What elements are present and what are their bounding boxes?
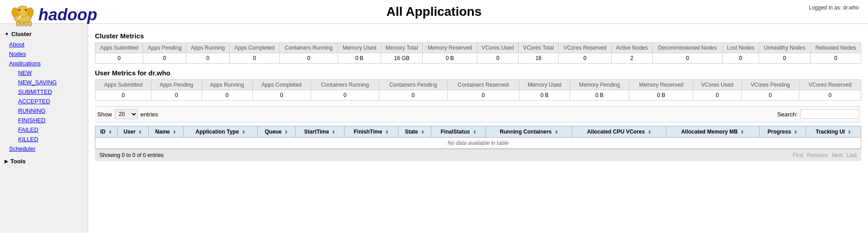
cluster-metric-col-header: Memory Total [381,43,423,53]
cluster-metrics-table: Apps SubmittedApps PendingApps RunningAp… [95,42,861,64]
data-table-header-row: ID ⇕User ⇕Name ⇕Application Type ⇕Queue … [95,126,861,138]
user-metric-col-header: VCores Used [693,80,741,90]
entries-label: entries [141,111,158,118]
sidebar-item-applications[interactable]: Applications [0,59,88,68]
data-table-col-header[interactable]: User ⇕ [117,126,148,138]
user-metric-value: 0 [252,90,311,101]
data-table-col-header[interactable]: StartTime ⇕ [295,126,344,138]
search-input[interactable] [800,110,859,119]
svg-rect-7 [20,22,24,26]
show-label: Show [97,111,112,118]
sort-icon: ⇕ [138,130,142,134]
sidebar-cluster-label: Cluster [11,31,32,37]
data-table-col-header[interactable]: Tracking UI ⇕ [806,126,861,138]
user-metric-col-header: Memory Pending [570,80,629,90]
cluster-metric-col-header: Apps Completed [230,43,279,53]
user-metric-col-header: Apps Submitted [95,80,151,90]
cluster-metric-value: 0 [759,53,810,64]
pagination-last[interactable]: Last [846,152,857,158]
user-metrics-header-row: Apps SubmittedApps PendingApps RunningAp… [95,80,861,90]
sidebar-item-running[interactable]: RUNNING [5,106,88,116]
sidebar: ▼ Cluster About Nodes Applications NEW N… [0,24,88,233]
user-metric-value: 0 B [570,90,629,101]
sidebar-item-new-saving[interactable]: NEW_SAVING [5,78,88,87]
data-table-col-header[interactable]: Running Containers ⇕ [486,126,572,138]
cluster-metric-col-header: Memory Reserved [423,43,477,53]
cluster-metric-value: 0 [810,53,861,64]
user-metrics-title: User Metrics for dr.who [95,69,861,77]
data-table-col-header[interactable]: Allocated Memory MB ⇕ [666,126,759,138]
data-table-col-header[interactable]: FinishTime ⇕ [344,126,398,138]
entries-select[interactable]: 10202550100 [115,109,138,119]
pagination: First Previous Next Last [793,152,857,158]
applications-table: ID ⇕User ⇕Name ⇕Application Type ⇕Queue … [95,126,861,149]
cluster-metric-value: 0 [95,53,143,64]
cluster-metric-col-header: Apps Pending [143,43,186,53]
sidebar-item-killed[interactable]: KILLED [5,134,88,144]
sidebar-item-finished[interactable]: FINISHED [5,116,88,125]
no-data-cell: No data available in table [95,138,861,149]
sidebar-item-submitted[interactable]: SUBMITTED [5,87,88,97]
sidebar-item-about[interactable]: About [0,40,88,49]
cluster-metric-value: 0 [230,53,279,64]
svg-rect-9 [28,21,32,26]
user-metric-col-header: Apps Running [202,80,252,90]
logo: hadoop [9,2,97,27]
cluster-metric-col-header: Rebooted Nodes [810,43,861,53]
user-metric-col-header: VCores Reserved [799,80,861,90]
cluster-metric-col-header: VCores Used [477,43,519,53]
user-metric-col-header: Memory Used [519,80,570,90]
data-table-col-header[interactable]: Queue ⇕ [258,126,296,138]
cluster-metrics-title: Cluster Metrics [95,32,861,40]
cluster-metric-value: 0 [143,53,186,64]
cluster-metric-col-header: Decommissioned Nodes [652,43,722,53]
user-metric-value: 0 [799,90,861,101]
sort-icon: ⇕ [555,130,558,134]
data-table-col-header[interactable]: Application Type ⇕ [183,126,257,138]
bottom-bar: Showing 0 to 0 of 0 entries First Previo… [95,149,861,161]
sidebar-apps-submenu: NEW NEW_SAVING SUBMITTED ACCEPTED RUNNIN… [0,68,88,144]
data-table-body: No data available in table [95,138,861,149]
logged-in-status: Logged in as: dr.who [809,5,859,11]
user-metric-value: 0 [95,90,151,101]
sort-icon: ⇕ [242,130,245,134]
data-table-col-header[interactable]: Allocated CPU VCores ⇕ [572,126,666,138]
cluster-metric-value: 16 GB [381,53,423,64]
sidebar-item-scheduler[interactable]: Scheduler [0,144,88,153]
data-table-col-header[interactable]: State ⇕ [398,126,431,138]
data-table-col-header[interactable]: Name ⇕ [148,126,183,138]
sidebar-item-nodes[interactable]: Nodes [0,49,88,59]
user-metric-col-header: Containers Running [311,80,379,90]
pagination-first[interactable]: First [793,152,803,158]
sidebar-tools-section: ▶ Tools [0,156,88,167]
cluster-metric-value: 0 [186,53,230,64]
pagination-next[interactable]: Next [832,152,843,158]
svg-point-3 [27,8,33,17]
user-metric-col-header: Apps Completed [252,80,311,90]
user-metric-col-header: VCores Pending [741,80,799,90]
sidebar-tools-header[interactable]: ▶ Tools [0,156,88,167]
user-metric-value: 0 [379,90,447,101]
sidebar-item-failed[interactable]: FAILED [5,125,88,134]
data-table-col-header[interactable]: ID ⇕ [95,126,118,138]
pagination-previous[interactable]: Previous [807,152,828,158]
no-data-row: No data available in table [95,138,861,149]
logo-text: hadoop [38,5,97,24]
hadoop-elephant-icon [9,2,36,27]
cluster-metric-col-header: Containers Running [279,43,338,53]
sidebar-item-new[interactable]: NEW [5,68,88,78]
cluster-metric-col-header: Apps Running [186,43,230,53]
sidebar-item-accepted[interactable]: ACCEPTED [5,97,88,106]
sort-icon: ⇕ [741,130,744,134]
sort-icon: ⇕ [648,130,651,134]
data-table-col-header[interactable]: FinalStatus ⇕ [431,126,486,138]
main-content: Cluster Metrics Apps SubmittedApps Pendi… [88,24,868,233]
data-table-col-header[interactable]: Progress ⇕ [759,126,806,138]
sidebar-cluster-header[interactable]: ▼ Cluster [0,28,88,40]
page-title: All Applications [387,5,482,19]
user-metric-value: 0 [693,90,741,101]
user-metric-value: 0 [447,90,519,101]
user-metric-value: 0 [741,90,799,101]
user-metric-value: 0 [151,90,202,101]
cluster-arrow-icon: ▼ [5,32,9,37]
